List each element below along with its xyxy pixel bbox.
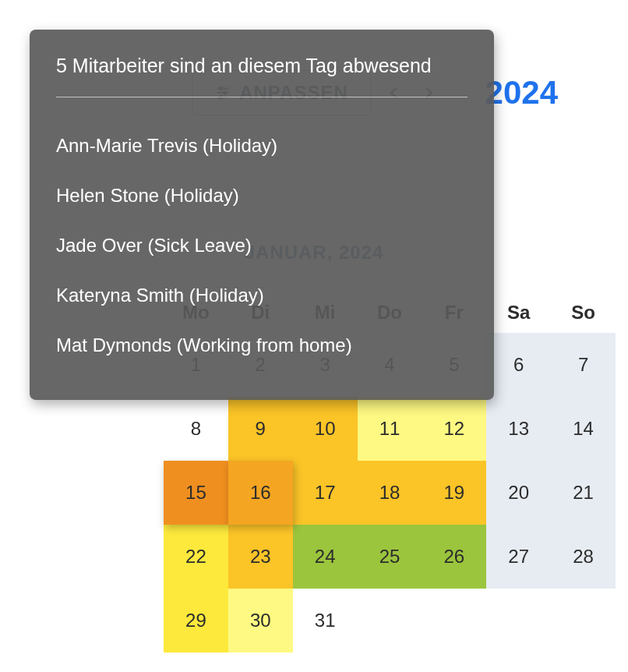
calendar-day[interactable]: 6 xyxy=(486,333,551,397)
calendar-day[interactable]: 9 xyxy=(228,397,293,461)
calendar-day[interactable]: 29 xyxy=(164,589,228,653)
absence-tooltip: 5 Mitarbeiter sind an diesem Tag abwesen… xyxy=(30,30,494,400)
calendar-day[interactable]: 20 xyxy=(486,461,551,525)
calendar-day[interactable]: 27 xyxy=(486,525,551,589)
calendar-day[interactable]: 19 xyxy=(422,461,486,525)
calendar-day[interactable]: 12 xyxy=(422,397,486,461)
tooltip-list: Ann-Marie Trevis (Holiday)Helen Stone (H… xyxy=(56,121,467,370)
calendar-day[interactable]: 7 xyxy=(551,333,616,397)
calendar-day[interactable]: 28 xyxy=(551,525,616,589)
calendar-day[interactable]: 22 xyxy=(164,525,228,589)
calendar-day xyxy=(422,589,486,653)
calendar-day[interactable]: 15 xyxy=(164,461,228,525)
tooltip-item: Jade Over (Sick Leave) xyxy=(56,221,467,271)
calendar-day[interactable]: 17 xyxy=(293,461,358,525)
dow-header: So xyxy=(551,292,616,333)
calendar-day[interactable]: 16 xyxy=(228,461,293,525)
dow-header: Sa xyxy=(486,292,551,333)
calendar-day[interactable]: 21 xyxy=(551,461,616,525)
year-label: 2024 xyxy=(485,74,558,111)
calendar-day[interactable]: 31 xyxy=(293,589,358,653)
calendar-day xyxy=(551,589,616,653)
tooltip-item: Mat Dymonds (Working from home) xyxy=(56,320,467,370)
calendar-day[interactable]: 8 xyxy=(164,397,228,461)
calendar-day[interactable]: 14 xyxy=(551,397,616,461)
tooltip-item: Kateryna Smith (Holiday) xyxy=(56,271,467,320)
calendar-day xyxy=(358,589,422,653)
tooltip-item: Helen Stone (Holiday) xyxy=(56,171,467,221)
calendar-day[interactable]: 11 xyxy=(358,397,422,461)
calendar-day[interactable]: 26 xyxy=(422,525,486,589)
calendar-day[interactable]: 24 xyxy=(293,525,358,589)
calendar-day[interactable]: 18 xyxy=(358,461,422,525)
calendar-day[interactable]: 23 xyxy=(228,525,293,589)
calendar-day[interactable]: 25 xyxy=(358,525,422,589)
calendar-day xyxy=(486,589,551,653)
calendar-day[interactable]: 13 xyxy=(486,397,551,461)
tooltip-title: 5 Mitarbeiter sind an diesem Tag abwesen… xyxy=(56,51,467,80)
calendar-day[interactable]: 30 xyxy=(228,589,293,653)
tooltip-divider xyxy=(56,97,467,97)
tooltip-item: Ann-Marie Trevis (Holiday) xyxy=(56,121,467,171)
calendar-day[interactable]: 10 xyxy=(293,397,358,461)
